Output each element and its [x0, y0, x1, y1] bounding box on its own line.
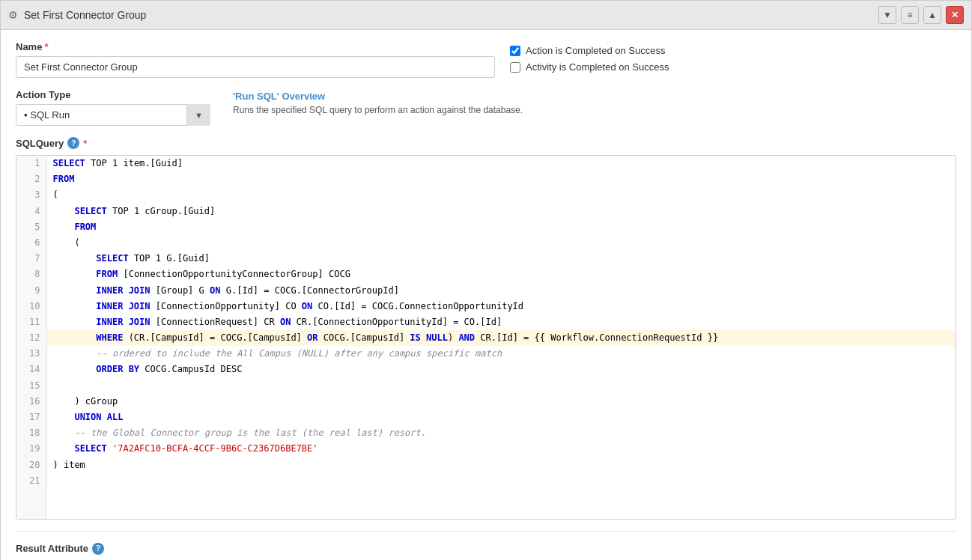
line-num-15: 15: [16, 378, 46, 394]
window-title: Set First Connector Group: [24, 9, 146, 21]
line-num-3: 3: [16, 187, 46, 203]
name-input[interactable]: [16, 56, 495, 78]
line-num-11: 11: [16, 314, 46, 330]
sql-query-help-icon[interactable]: ?: [67, 137, 79, 149]
sql-query-required: *: [83, 138, 87, 149]
code-line-3: 3 (: [16, 187, 956, 203]
line-content-19: SELECT '7A2AFC10-BCFA-4CCF-9B6C-C2367D6B…: [46, 441, 956, 457]
code-line-5: 5 FROM: [16, 219, 956, 235]
section-divider: [16, 531, 956, 532]
activity-completed-row: Activity is Completed on Success: [510, 61, 956, 73]
action-completed-row: Action is Completed on Success: [510, 45, 956, 56]
line-num-21: 21: [16, 473, 46, 489]
action-completed-checkbox[interactable]: [510, 46, 520, 56]
required-star: *: [44, 41, 48, 52]
name-row: Name * Action is Completed on Success Ac…: [16, 41, 956, 78]
line-num-9: 9: [16, 283, 46, 299]
line-content-5: FROM: [46, 219, 956, 235]
line-num-17: 17: [16, 410, 46, 425]
line-content-11: INNER JOIN [ConnectionRequest] CR ON CR.…: [46, 314, 956, 330]
line-content-1: SELECT TOP 1 item.[Guid]: [46, 156, 956, 171]
line-content-9: INNER JOIN [Group] G ON G.[Id] = COCG.[C…: [46, 283, 956, 299]
line-content-7: SELECT TOP 1 G.[Guid]: [46, 251, 956, 267]
line-num-13: 13: [16, 346, 46, 362]
code-line-16: 16 ) cGroup: [16, 394, 956, 410]
title-bar: ⚙ Set First Connector Group ▼ ≡ ▲ ✕: [1, 1, 971, 30]
code-line-1: 1 SELECT TOP 1 item.[Guid]: [16, 156, 956, 171]
code-line-7: 7 SELECT TOP 1 G.[Guid]: [16, 251, 956, 267]
line-content-17: UNION ALL: [46, 410, 956, 425]
action-type-label: Action Type: [16, 89, 210, 100]
overview-description: Runs the specified SQL query to perform …: [233, 105, 956, 115]
menu-button[interactable]: ≡: [901, 6, 919, 24]
line-content-4: SELECT TOP 1 cGroup.[Guid]: [46, 204, 956, 219]
line-content-15: [46, 378, 956, 394]
code-line-13: 13 -- ordered to include the All Campus …: [16, 346, 956, 362]
code-line-19: 19 SELECT '7A2AFC10-BCFA-4CCF-9B6C-C2367…: [16, 441, 956, 457]
title-bar-left: ⚙ Set First Connector Group: [8, 9, 146, 21]
code-line-21: 21: [16, 473, 956, 489]
line-num-20: 20: [16, 457, 46, 473]
filter-button[interactable]: ▼: [878, 6, 896, 24]
line-content-12: WHERE (CR.[CampusId] = COCG.[CampusId] O…: [46, 330, 956, 346]
title-bar-right: ▼ ≡ ▲ ✕: [878, 6, 964, 24]
line-num-1: 1: [16, 156, 46, 171]
line-num-7: 7: [16, 251, 46, 267]
code-line-11: 11 INNER JOIN [ConnectionRequest] CR ON …: [16, 314, 956, 330]
line-num-16: 16: [16, 394, 46, 410]
sql-code-editor[interactable]: 1 SELECT TOP 1 item.[Guid] 2 FROM 3 ( 4 …: [16, 155, 956, 520]
result-attribute-help-icon[interactable]: ?: [92, 543, 104, 555]
overview-section: 'Run SQL' Overview Runs the specified SQ…: [233, 89, 956, 115]
line-num-18: 18: [16, 425, 46, 441]
line-num-12: 12: [16, 330, 46, 346]
line-num-8: 8: [16, 267, 46, 282]
line-num-extra: [16, 489, 46, 519]
line-content-18: -- the Global Connector group is the las…: [46, 425, 956, 441]
name-label: Name *: [16, 41, 495, 52]
close-button[interactable]: ✕: [946, 6, 964, 24]
code-line-2: 2 FROM: [16, 171, 956, 187]
line-num-6: 6: [16, 235, 46, 251]
code-line-extra: [16, 489, 956, 519]
code-line-6: 6 (: [16, 235, 956, 251]
line-content-21: [46, 473, 956, 489]
overview-title: 'Run SQL' Overview: [233, 91, 956, 102]
name-section: Name *: [16, 41, 495, 78]
activity-completed-label: Activity is Completed on Success: [526, 61, 669, 73]
line-content-2: FROM: [46, 171, 956, 187]
line-content-20: ) item: [46, 457, 956, 473]
code-line-18: 18 -- the Global Connector group is the …: [16, 425, 956, 441]
result-attribute-label: Result Attribute ?: [16, 543, 956, 555]
action-completed-label: Action is Completed on Success: [526, 45, 665, 56]
action-type-dropdown-wrapper: ▪ SQL Run ▼: [16, 104, 210, 126]
code-line-15: 15: [16, 378, 956, 394]
line-content-10: INNER JOIN [ConnectionOpportunity] CO ON…: [46, 299, 956, 314]
code-line-17: 17 UNION ALL: [16, 410, 956, 425]
collapse-button[interactable]: ▲: [923, 6, 941, 24]
line-num-19: 19: [16, 441, 46, 457]
code-line-14: 14 ORDER BY COCG.CampusId DESC: [16, 362, 956, 377]
line-num-4: 4: [16, 204, 46, 219]
line-num-2: 2: [16, 171, 46, 187]
line-num-14: 14: [16, 362, 46, 377]
line-content-8: FROM [ConnectionOpportunityConnectorGrou…: [46, 267, 956, 282]
line-num-10: 10: [16, 299, 46, 314]
line-content-16: ) cGroup: [46, 394, 956, 410]
gear-icon: ⚙: [8, 9, 18, 21]
code-line-12: 12 WHERE (CR.[CampusId] = COCG.[CampusId…: [16, 330, 956, 346]
action-type-row: Action Type ▪ SQL Run ▼ 'Run SQL' Overvi…: [16, 89, 956, 126]
checkboxes-section: Action is Completed on Success Activity …: [510, 41, 956, 78]
main-window: ⚙ Set First Connector Group ▼ ≡ ▲ ✕ Name…: [0, 0, 972, 560]
code-line-4: 4 SELECT TOP 1 cGroup.[Guid]: [16, 204, 956, 219]
line-content-extra: [46, 489, 956, 519]
code-line-9: 9 INNER JOIN [Group] G ON G.[Id] = COCG.…: [16, 283, 956, 299]
action-type-section: Action Type ▪ SQL Run ▼: [16, 89, 210, 126]
code-line-8: 8 FROM [ConnectionOpportunityConnectorGr…: [16, 267, 956, 282]
line-content-3: (: [46, 187, 956, 203]
activity-completed-checkbox[interactable]: [510, 62, 520, 73]
code-lines: 1 SELECT TOP 1 item.[Guid] 2 FROM 3 ( 4 …: [16, 156, 956, 519]
action-type-select[interactable]: ▪ SQL Run: [16, 104, 210, 126]
line-content-14: ORDER BY COCG.CampusId DESC: [46, 362, 956, 377]
line-content-13: -- ordered to include the All Campus (NU…: [46, 346, 956, 362]
code-line-20: 20 ) item: [16, 457, 956, 473]
